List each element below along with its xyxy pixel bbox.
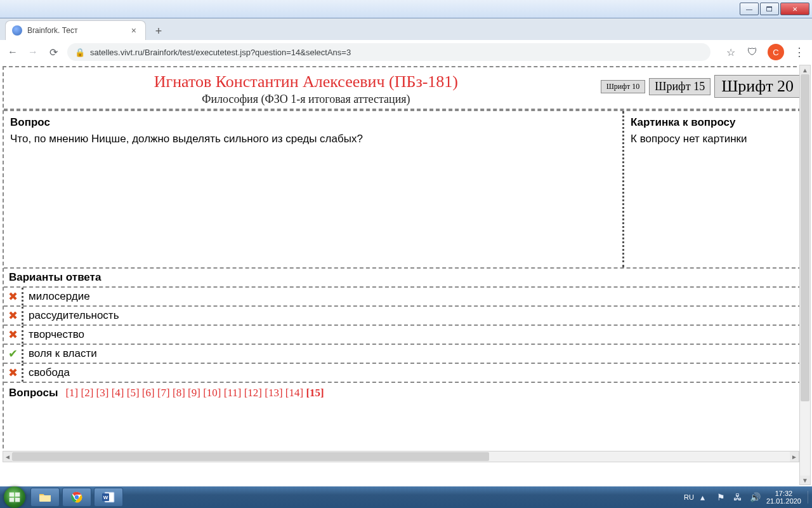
question-link[interactable]: [10] <box>203 387 224 399</box>
cross-icon: ✖ <box>4 366 22 380</box>
question-link[interactable]: [8] <box>173 387 188 399</box>
vertical-scrollbar[interactable]: ▲ ▼ <box>799 65 811 485</box>
start-button[interactable] <box>4 486 25 508</box>
question-link[interactable]: [12] <box>244 387 265 399</box>
test-subject: Философия (ФЗО 1-я итоговая аттестация) <box>11 93 601 106</box>
star-icon[interactable]: ☆ <box>724 46 737 58</box>
question-row: Вопрос Что, по мнению Ницше, должно выде… <box>4 110 808 267</box>
horizontal-scrollbar[interactable]: ◄ ► <box>3 451 799 462</box>
reload-icon[interactable]: ⟳ <box>47 46 60 58</box>
question-label: Вопрос <box>10 116 616 133</box>
question-cell: Вопрос Что, по мнению Ницше, должно выде… <box>4 111 624 267</box>
back-icon[interactable]: ← <box>6 46 19 58</box>
cross-icon: ✖ <box>4 309 22 323</box>
scroll-thumb[interactable] <box>12 452 489 461</box>
window-maximize-button[interactable]: 🗖 <box>760 3 779 15</box>
scroll-right-icon[interactable]: ► <box>790 451 799 462</box>
system-tray: RU ▴ ⚑ 🖧 🔊 17:32 21.01.2020 <box>684 490 808 505</box>
profile-avatar[interactable]: C <box>768 44 784 60</box>
question-link[interactable]: [2] <box>81 387 96 399</box>
network-icon[interactable]: 🖧 <box>733 492 743 502</box>
tray-up-icon[interactable]: ▴ <box>700 492 710 502</box>
clock-time: 17:32 <box>766 490 801 497</box>
questions-nav: Вопросы [1] [2] [3] [4] [5] [6] [7] [8] … <box>4 382 808 403</box>
answer-row[interactable]: ✔воля к власти <box>4 344 808 363</box>
forward-icon: → <box>27 46 39 58</box>
no-picture-text: К вопросу нет картинки <box>631 133 802 145</box>
flag-icon[interactable]: ⚑ <box>717 492 727 502</box>
menu-icon[interactable]: ⋮ <box>793 46 806 58</box>
question-link[interactable]: [1] <box>65 387 81 399</box>
answer-text: свобода <box>22 364 808 382</box>
answer-text: милосердие <box>22 288 808 305</box>
page-content: Игнатов Константин Алексеевич (ПБз-181) … <box>0 64 812 486</box>
clock-date: 21.01.2020 <box>766 497 801 505</box>
browser-tab-strip: Brainfork. Тест × + <box>0 18 812 40</box>
scroll-down-icon[interactable]: ▼ <box>800 476 810 485</box>
folder-icon <box>39 492 51 502</box>
question-link[interactable]: [3] <box>96 387 112 399</box>
word-icon: W <box>102 491 115 503</box>
cross-icon: ✖ <box>4 290 22 304</box>
answers-label: Варианты ответа <box>4 267 808 286</box>
font-size-10-button[interactable]: Шрифт 10 <box>601 80 646 93</box>
close-tab-icon[interactable]: × <box>129 25 139 36</box>
svg-point-6 <box>75 496 79 499</box>
answer-text: рассудительность <box>22 307 808 324</box>
chrome-icon <box>71 491 82 503</box>
question-link[interactable]: [15] <box>306 387 324 399</box>
question-text: Что, по мнению Ницше, должно выделять си… <box>10 133 616 145</box>
url-text: satelles.vivt.ru/Brainfork/test/executet… <box>90 48 351 57</box>
question-link[interactable]: [13] <box>265 387 285 399</box>
question-link[interactable]: [11] <box>224 387 244 399</box>
language-indicator[interactable]: RU <box>684 493 694 501</box>
svg-rect-0 <box>10 493 15 497</box>
font-size-15-button[interactable]: Шрифт 15 <box>649 78 710 95</box>
browser-tab[interactable]: Brainfork. Тест × <box>5 20 146 40</box>
question-link[interactable]: [7] <box>157 387 173 399</box>
shield-icon[interactable]: 🛡 <box>746 46 759 58</box>
answers-list: ✖милосердие✖рассудительность✖творчество✔… <box>4 286 808 382</box>
scroll-left-icon[interactable]: ◄ <box>3 451 12 462</box>
answer-row[interactable]: ✖творчество <box>4 324 808 344</box>
new-tab-button[interactable]: + <box>150 22 167 40</box>
globe-icon <box>12 25 22 36</box>
picture-label: Картинка к вопросу <box>631 116 802 133</box>
taskbar-word[interactable]: W <box>94 488 123 507</box>
answer-row[interactable]: ✖свобода <box>4 363 808 382</box>
speaker-icon[interactable]: 🔊 <box>750 492 760 502</box>
show-desktop-button[interactable] <box>808 491 808 504</box>
question-link[interactable]: [6] <box>142 387 157 399</box>
svg-rect-2 <box>10 498 15 502</box>
question-link[interactable]: [9] <box>188 387 203 399</box>
svg-text:W: W <box>103 495 108 500</box>
font-size-20-button[interactable]: Шрифт 20 <box>714 75 801 98</box>
scroll-up-icon[interactable]: ▲ <box>800 65 810 74</box>
answer-row[interactable]: ✖рассудительность <box>4 305 808 324</box>
answer-text: творчество <box>22 326 808 344</box>
scroll-thumb[interactable] <box>801 74 809 401</box>
taskbar: W RU ▴ ⚑ 🖧 🔊 17:32 21.01.2020 <box>0 486 812 508</box>
tab-title: Brainfork. Тест <box>27 26 78 35</box>
check-icon: ✔ <box>4 347 22 361</box>
answer-row[interactable]: ✖милосердие <box>4 286 808 305</box>
taskbar-chrome[interactable] <box>62 488 91 507</box>
window-minimize-button[interactable]: — <box>740 3 759 15</box>
address-bar[interactable]: 🔒 satelles.vivt.ru/Brainfork/test/execut… <box>67 43 710 61</box>
questions-nav-label: Вопросы <box>9 387 58 399</box>
question-link[interactable]: [14] <box>285 387 306 399</box>
svg-rect-1 <box>15 493 20 497</box>
window-close-button[interactable]: ✕ <box>780 3 809 15</box>
taskbar-explorer[interactable] <box>30 488 60 507</box>
answer-text: воля к власти <box>22 345 808 363</box>
question-link[interactable]: [5] <box>127 387 142 399</box>
question-link[interactable]: [4] <box>112 387 127 399</box>
lock-icon: 🔒 <box>75 48 85 57</box>
question-image-cell: Картинка к вопросу К вопросу нет картинк… <box>624 111 808 267</box>
cross-icon: ✖ <box>4 328 22 342</box>
browser-toolbar: ← → ⟳ 🔒 satelles.vivt.ru/Brainfork/test/… <box>0 40 812 65</box>
clock[interactable]: 17:32 21.01.2020 <box>766 490 801 505</box>
student-name: Игнатов Константин Алексеевич (ПБз-181) <box>11 72 601 91</box>
svg-rect-3 <box>15 498 20 502</box>
test-header: Игнатов Константин Алексеевич (ПБз-181) … <box>4 67 808 110</box>
